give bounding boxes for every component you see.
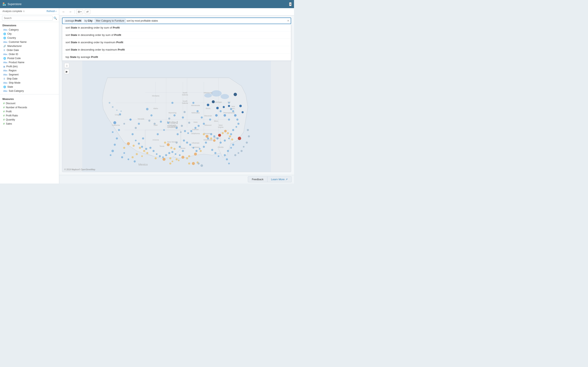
suggestion-item[interactable]: sort State in ascending order by sum of … xyxy=(62,24,291,31)
abc-icon: Abc xyxy=(3,69,8,72)
svg-text:Arkansas: Arkansas xyxy=(191,142,199,144)
suggestion-item[interactable]: sort State in descending order by sum of… xyxy=(62,31,291,39)
abc-icon: Abc xyxy=(3,41,8,43)
learn-more-button[interactable]: Learn More ↗ xyxy=(268,176,292,182)
field-name: Number of Records xyxy=(6,106,27,109)
svg-point-193 xyxy=(242,111,243,113)
search-input[interactable] xyxy=(2,16,53,21)
svg-text:Nebraska: Nebraska xyxy=(191,112,200,114)
dimension-customer-name[interactable]: Abc Customer Name xyxy=(0,40,59,44)
back-button[interactable]: ← xyxy=(61,9,66,14)
svg-point-101 xyxy=(230,133,232,135)
dimension-manufacturer[interactable]: 🔗 Manufacturer xyxy=(0,44,59,48)
svg-text:Wyoming: Wyoming xyxy=(168,112,176,114)
measure-sales[interactable]: # Sales xyxy=(0,122,59,126)
svg-point-88 xyxy=(209,118,211,120)
dimension-profit-bin[interactable]: ▦ Profit (bin) xyxy=(0,64,59,68)
toolbar: ← → ⊞ ▾ ⇄ xyxy=(59,8,294,16)
svg-point-199 xyxy=(246,142,248,143)
svg-point-158 xyxy=(182,156,184,159)
viz-type-button[interactable]: ⊞ ▾ xyxy=(76,9,83,14)
svg-text:Illinois: Illinois xyxy=(206,108,210,109)
svg-point-162 xyxy=(186,157,188,159)
svg-point-109 xyxy=(205,142,207,143)
svg-point-190 xyxy=(223,106,225,108)
query-input[interactable] xyxy=(127,19,286,22)
forward-button[interactable]: → xyxy=(68,9,73,14)
dimension-product-name[interactable]: Abc Product Name xyxy=(0,60,59,64)
dimension-ship-date[interactable]: 🗓 Ship Date xyxy=(0,77,59,81)
suggestion-item[interactable]: sort State in descending order by maximu… xyxy=(62,46,291,53)
measure-number-of-records[interactable]: # Number of Records xyxy=(0,105,59,109)
dimension-sub-category[interactable]: Abc Sub-Category xyxy=(0,89,59,93)
abc-icon: Abc xyxy=(3,61,8,64)
feedback-button[interactable]: Feedback xyxy=(248,176,267,182)
suggestion-item[interactable]: top State by average Profit xyxy=(62,53,291,60)
svg-point-90 xyxy=(219,110,222,112)
dimension-state[interactable]: 🌐 State xyxy=(0,85,59,89)
svg-point-142 xyxy=(232,143,234,146)
svg-point-147 xyxy=(211,149,213,151)
svg-point-61 xyxy=(116,137,118,140)
measure-profit[interactable]: # Profit xyxy=(0,109,59,114)
search-button[interactable]: 🔍 xyxy=(53,17,57,20)
svg-point-123 xyxy=(165,154,167,156)
suggestion-item[interactable]: sort State in ascending order by maximum… xyxy=(62,39,291,46)
svg-point-114 xyxy=(189,143,191,146)
title-bar-left: 🏪 Superstore xyxy=(2,2,21,6)
field-name: Postal Code xyxy=(7,57,21,60)
map-home-button[interactable]: ⌂ xyxy=(64,63,69,68)
swap-button[interactable]: ⇄ xyxy=(85,9,90,14)
map-expand-button[interactable]: ▶ xyxy=(64,69,69,74)
suggestions-dropdown: sort State in ascending order by sum of … xyxy=(62,24,291,61)
measure-profit-ratio[interactable]: # Profit Ratio xyxy=(0,114,59,118)
svg-point-203 xyxy=(234,154,236,156)
dimension-order-date[interactable]: 🗓 Order Date xyxy=(0,48,59,52)
svg-point-175 xyxy=(164,142,166,143)
title-bar: 🏪 Superstore × xyxy=(0,0,294,8)
measure-discount[interactable]: # Discount xyxy=(0,101,59,105)
svg-point-215 xyxy=(109,102,110,104)
field-name: Ship Date xyxy=(7,77,17,80)
svg-point-196 xyxy=(188,122,190,124)
hash-icon: # xyxy=(3,102,5,105)
svg-point-120 xyxy=(175,153,176,155)
measure-quantity[interactable]: # Quantity xyxy=(0,118,59,122)
svg-point-210 xyxy=(154,123,156,125)
svg-point-111 xyxy=(199,148,200,150)
dimension-category[interactable]: Abc Category xyxy=(0,28,59,32)
svg-point-188 xyxy=(207,104,209,106)
svg-point-213 xyxy=(123,123,125,125)
dimension-ship-mode[interactable]: Abc Ship Mode xyxy=(0,81,59,85)
query-bar[interactable]: average Profit by City filter Category t… xyxy=(62,17,291,24)
svg-point-92 xyxy=(228,118,230,120)
info-icon[interactable]: ℹ xyxy=(24,10,24,13)
dimension-segment[interactable]: Abc Segment xyxy=(0,73,59,77)
svg-text:West: West xyxy=(219,124,223,126)
right-panel: ← → ⊞ ▾ ⇄ average Profit by City filt xyxy=(59,8,294,184)
dimension-postal-code[interactable]: 🌐 Postal Code xyxy=(0,56,59,60)
svg-point-13 xyxy=(211,90,222,97)
svg-point-86 xyxy=(201,117,203,118)
field-name: Order Date xyxy=(7,49,19,52)
svg-point-155 xyxy=(163,158,165,161)
dimension-country[interactable]: 🌐 Country xyxy=(0,36,59,40)
dimension-city[interactable]: 🌐 City xyxy=(0,32,59,36)
refresh-button[interactable]: Refresh ‹ xyxy=(47,10,57,13)
measures-label: Measures xyxy=(0,96,59,101)
query-clear-button[interactable]: × xyxy=(287,19,289,23)
toolbar-divider xyxy=(74,10,75,14)
dimension-order-id[interactable]: Abc Order ID xyxy=(0,52,59,56)
close-button[interactable]: × xyxy=(289,2,292,6)
svg-point-195 xyxy=(238,137,241,140)
svg-text:Texas: Texas xyxy=(159,145,164,147)
svg-point-192 xyxy=(239,105,242,107)
abc-icon: Abc xyxy=(3,82,8,84)
dimension-region[interactable]: Abc Region xyxy=(0,68,59,73)
globe-icon: 🌐 xyxy=(3,37,6,39)
svg-point-127 xyxy=(153,150,155,152)
svg-point-197 xyxy=(247,129,249,131)
svg-point-204 xyxy=(198,162,200,165)
svg-point-70 xyxy=(130,118,131,120)
sidebar-header: Analysis complete ℹ Refresh ‹ xyxy=(0,8,59,15)
